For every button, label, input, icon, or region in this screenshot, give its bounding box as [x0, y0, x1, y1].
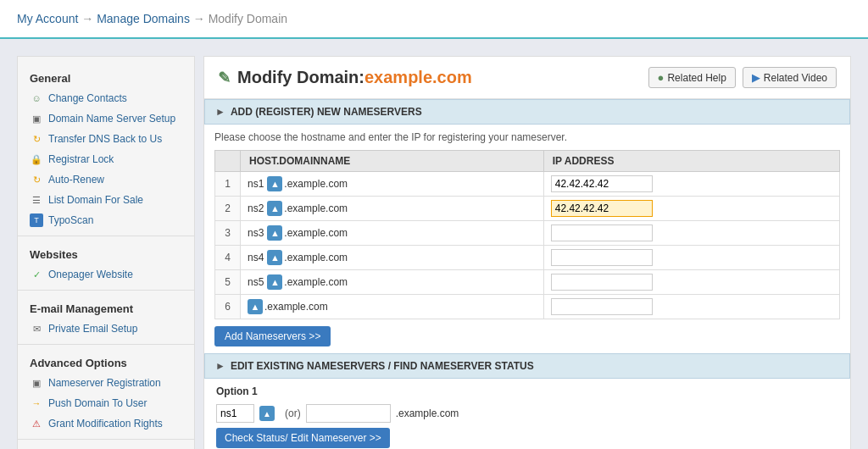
arrow-icon-2: ►	[215, 360, 225, 372]
modify-domain-icon: ✎	[218, 69, 231, 87]
check-icon: ✓	[30, 268, 43, 281]
row-hostname: ns3▲.example.com	[241, 221, 544, 246]
ip-input[interactable]	[551, 298, 653, 315]
sidebar-item-onepager[interactable]: ✓ Onepager Website	[18, 264, 194, 285]
arrow-icon: ►	[215, 106, 225, 118]
add-nameservers-desc: Please choose the hostname and enter the…	[204, 125, 850, 150]
sidebar-item-push-domain[interactable]: → Push Domain To User	[18, 393, 194, 413]
sidebar-section-advanced: Advanced Options	[18, 350, 194, 373]
sidebar-section-websites: Websites	[18, 241, 194, 264]
ip-input[interactable]	[551, 224, 653, 241]
sidebar-item-auto-renew[interactable]: ↻ Auto-Renew	[18, 169, 194, 190]
ip-input[interactable]	[551, 200, 653, 217]
sidebar-footer: Created On: Sat 09/06/2014 Expires On: S…	[18, 445, 194, 449]
related-video-button[interactable]: ▶ Related Video	[743, 67, 837, 88]
row-hostname: ns4▲.example.com	[241, 246, 544, 270]
row-hostname: ns5▲.example.com	[241, 270, 544, 295]
sidebar-label-transfer-dns: Transfer DNS Back to Us	[48, 133, 162, 145]
ns-spin-button[interactable]: ▲	[267, 225, 282, 241]
edit-nameservers-header[interactable]: ► EDIT EXISTING NAMESERVERS / FIND NAMES…	[204, 353, 850, 379]
ns-spin-button[interactable]: ▲	[267, 201, 282, 216]
ns-edit-text-input[interactable]	[306, 404, 391, 423]
ip-input[interactable]	[551, 274, 653, 291]
typo-icon: T	[30, 213, 43, 227]
check-status-button[interactable]: Check Status/ Edit Nameserver >>	[216, 428, 390, 448]
server-icon: ▣	[30, 112, 43, 125]
ns-spin-button[interactable]: ▲	[248, 299, 263, 314]
row-ip	[543, 246, 839, 270]
table-row: 3ns3▲.example.com	[215, 221, 840, 246]
row-number: 4	[215, 246, 241, 270]
breadcrumb-manage-domains[interactable]: Manage Domains	[97, 12, 190, 25]
add-nameservers-header[interactable]: ► ADD (REGISTER) NEW NAMESERVERS	[204, 99, 850, 125]
main-content: ✎ Modify Domain: example.com ● Related H…	[203, 56, 851, 449]
sidebar-label-ns-registration: Nameserver Registration	[48, 377, 161, 389]
ns-spin-button[interactable]: ▲	[267, 176, 282, 191]
ns-domain-suffix: .example.com	[284, 276, 348, 288]
option1-title: Option 1	[216, 385, 838, 397]
ip-input[interactable]	[551, 249, 653, 266]
table-row: 1ns1▲.example.com	[215, 172, 840, 197]
sidebar-item-grant-modification[interactable]: ⚠ Grant Modification Rights	[18, 413, 194, 434]
transfer-icon: ↻	[30, 132, 43, 146]
sidebar-item-dns-server-setup[interactable]: ▣ Domain Name Server Setup	[18, 108, 194, 129]
help-button-label: Related Help	[667, 72, 726, 84]
sidebar-item-transfer-dns[interactable]: ↻ Transfer DNS Back to Us	[18, 129, 194, 149]
nameservers-table: HOST.DOMAINNAME IP ADDRESS 1ns1▲.example…	[214, 150, 840, 319]
ns-prefix: ns2	[248, 202, 264, 214]
col-hostname: HOST.DOMAINNAME	[241, 151, 544, 172]
person-icon: ☺	[30, 91, 43, 105]
sidebar-divider-2	[18, 290, 194, 291]
sidebar-item-private-email[interactable]: ✉ Private Email Setup	[18, 319, 194, 339]
row-number: 3	[215, 221, 241, 246]
edit-nameservers-title: EDIT EXISTING NAMESERVERS / FIND NAMESER…	[231, 360, 534, 372]
sidebar-label-list-domain: List Domain For Sale	[48, 194, 143, 206]
sidebar-section-email: E-mail Management	[18, 296, 194, 319]
ns-prefix: ns4	[248, 252, 264, 263]
row-ip	[543, 270, 839, 295]
sidebar-label-private-email: Private Email Setup	[48, 323, 137, 335]
sidebar-divider-4	[18, 439, 194, 440]
ns-spin-button[interactable]: ▲	[267, 274, 282, 290]
row-ip	[543, 197, 839, 221]
sidebar-item-change-contacts[interactable]: ☺ Change Contacts	[18, 88, 194, 108]
ns-spin-icon: ▲	[259, 406, 275, 421]
breadcrumb-arrow1: →	[81, 12, 93, 25]
sidebar-item-typoscan[interactable]: T TypoScan	[18, 210, 194, 230]
option1-row: ▲ (or) .example.com	[216, 404, 838, 423]
row-number: 2	[215, 197, 241, 221]
ip-input[interactable]	[551, 175, 653, 192]
sidebar-section-general: General	[18, 65, 194, 88]
sidebar-label-dns-server-setup: Domain Name Server Setup	[48, 113, 175, 125]
breadcrumb-arrow2: →	[193, 12, 205, 25]
help-icon: ●	[658, 71, 665, 84]
table-row: 5ns5▲.example.com	[215, 270, 840, 295]
row-hostname: ▲.example.com	[241, 295, 544, 319]
row-hostname: ns2▲.example.com	[241, 197, 544, 221]
row-number: 5	[215, 270, 241, 295]
row-ip	[543, 295, 839, 319]
grant-icon: ⚠	[30, 417, 43, 430]
related-help-button[interactable]: ● Related Help	[648, 67, 736, 88]
lock-icon: 🔒	[30, 152, 43, 166]
option1-block: Option 1 ▲ (or) .example.com Check Statu…	[204, 379, 850, 449]
sidebar-label-typoscan: TypoScan	[48, 214, 93, 226]
page-title: ✎ Modify Domain: example.com	[218, 68, 472, 87]
sidebar: General ☺ Change Contacts ▣ Domain Name …	[17, 56, 195, 449]
page-title-domain: example.com	[364, 68, 472, 87]
or-label: (or)	[285, 407, 301, 419]
sidebar-item-ns-registration[interactable]: ▣ Nameserver Registration	[18, 373, 194, 393]
breadcrumb-my-account[interactable]: My Account	[17, 12, 78, 25]
sidebar-label-change-contacts: Change Contacts	[48, 92, 127, 104]
add-nameservers-button[interactable]: Add Nameservers >>	[214, 326, 331, 346]
sidebar-divider-3	[18, 344, 194, 345]
video-icon: ▶	[752, 71, 760, 84]
sidebar-divider-1	[18, 236, 194, 236]
option1-domain-suffix: .example.com	[396, 407, 459, 419]
sidebar-item-registrar-lock[interactable]: 🔒 Registrar Lock	[18, 149, 194, 169]
sidebar-label-grant-modification: Grant Modification Rights	[48, 418, 163, 430]
sidebar-item-list-domain[interactable]: ☰ List Domain For Sale	[18, 190, 194, 210]
row-number: 1	[215, 172, 241, 197]
ns-edit-input[interactable]	[216, 404, 254, 423]
ns-spin-button[interactable]: ▲	[267, 250, 282, 265]
